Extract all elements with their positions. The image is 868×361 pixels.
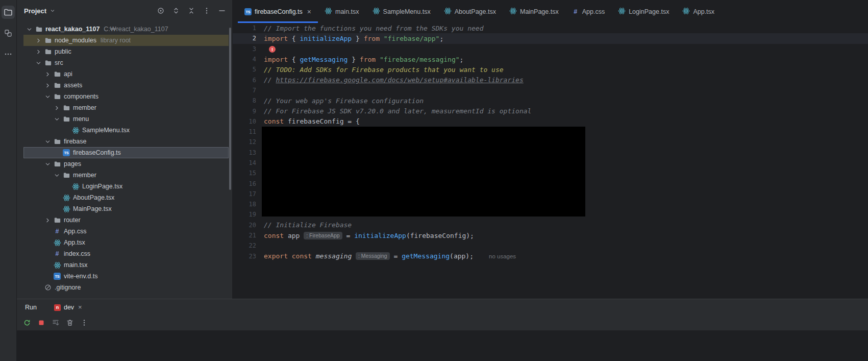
code-line[interactable]: 22	[233, 240, 868, 251]
code-line[interactable]: 9// For Firebase JS SDK v7.20.0 and late…	[233, 106, 868, 116]
collapse-all-icon[interactable]	[186, 6, 196, 16]
code-line[interactable]: 8// Your web app's Firebase configuratio…	[233, 95, 868, 106]
tree-item-assets[interactable]: assets	[23, 80, 229, 91]
line-number[interactable]: 17	[233, 190, 256, 198]
line-number[interactable]: 8	[233, 97, 256, 104]
tree-item-aboutpage-tsx[interactable]: AboutPage.tsx	[23, 192, 229, 203]
line-number[interactable]: 10	[233, 118, 256, 125]
locate-opened-file-icon[interactable]	[156, 6, 166, 16]
tree-item-node-modules[interactable]: node_moduleslibrary root	[23, 35, 229, 46]
line-number[interactable]: 16	[233, 180, 256, 187]
line-number[interactable]: 19	[233, 211, 256, 218]
chevron-icon[interactable]	[43, 138, 52, 145]
chevron-icon[interactable]	[34, 49, 43, 55]
editor-tab-samplemenu-tsx[interactable]: SampleMenu.tsx	[366, 0, 437, 23]
line-number[interactable]: 1	[233, 25, 256, 32]
line-number[interactable]: 20	[233, 222, 256, 229]
code-line[interactable]: 4import { getMessaging } from "firebase/…	[233, 54, 868, 64]
chevron-icon[interactable]	[43, 161, 52, 167]
close-icon[interactable]: ×	[78, 304, 82, 310]
line-number[interactable]: 22	[233, 242, 256, 249]
clear-all-button[interactable]	[64, 317, 76, 329]
code-line[interactable]: 5// TODO: Add SDKs for Firebase products…	[233, 64, 868, 75]
chevron-icon[interactable]	[43, 71, 52, 78]
stop-button[interactable]	[35, 317, 47, 329]
tree-item-react-kakao-1107[interactable]: react_kakao_1107C:₩react_kakao_1107	[23, 23, 229, 35]
line-number[interactable]: 13	[233, 149, 256, 156]
tree-item-app-tsx[interactable]: App.tsx	[23, 237, 229, 248]
line-number[interactable]: 18	[233, 201, 256, 208]
chevron-icon[interactable]	[53, 172, 61, 179]
run-console[interactable]	[17, 330, 868, 361]
chevron-icon[interactable]	[43, 217, 52, 224]
line-number[interactable]: 11	[233, 128, 256, 135]
tree-item-src[interactable]: src	[23, 57, 229, 68]
tree-item-app-css[interactable]: #App.css	[23, 226, 229, 237]
chevron-icon[interactable]	[43, 93, 52, 100]
tool-window-button-project[interactable]	[2, 6, 15, 19]
tree-item-member[interactable]: member	[23, 170, 229, 181]
code-line[interactable]: 20// Initialize Firebase	[233, 220, 868, 230]
tree-item-loginpage-tsx[interactable]: LoginPage.tsx	[23, 181, 229, 192]
chevron-icon[interactable]	[34, 60, 43, 66]
code-line[interactable]: 21const app : FirebaseApp = initializeAp…	[233, 230, 868, 240]
tree-item-member[interactable]: member	[23, 102, 229, 113]
scroll-to-end-button[interactable]	[49, 317, 62, 329]
line-number[interactable]: 6	[233, 77, 256, 84]
chevron-icon[interactable]	[43, 82, 52, 89]
editor-tab-main-tsx[interactable]: main.tsx	[318, 0, 366, 23]
line-number[interactable]: 2	[233, 35, 256, 42]
tree-item-public[interactable]: public	[23, 46, 229, 57]
close-tab-icon[interactable]: ×	[307, 8, 311, 15]
tree-item-firebaseconfig-ts[interactable]: TSfirebaseConfig.ts	[23, 147, 229, 158]
line-number[interactable]: 14	[233, 159, 256, 166]
tree-item-samplemenu-tsx[interactable]: SampleMenu.tsx	[23, 125, 229, 136]
error-icon[interactable]: !	[269, 46, 276, 53]
tree-item-vite-env-d-ts[interactable]: TSvite-env.d.ts	[23, 271, 229, 282]
code-line[interactable]: 1// Import the functions you need from t…	[233, 23, 868, 33]
usages-hint[interactable]: no usages	[489, 253, 516, 259]
code-line[interactable]: 23export const messaging : Messaging = g…	[233, 251, 868, 261]
chevron-down-icon[interactable]	[49, 8, 56, 14]
tree-item-index-css[interactable]: #index.css	[23, 248, 229, 259]
editor-tab-aboutpage-tsx[interactable]: AboutPage.tsx	[437, 0, 503, 23]
tool-window-button-more-tool-windows[interactable]	[2, 47, 15, 61]
tree-item-api[interactable]: api	[23, 68, 229, 80]
line-number[interactable]: 9	[233, 108, 256, 115]
tree-item-menu[interactable]: menu	[23, 113, 229, 125]
chevron-icon[interactable]	[53, 105, 61, 111]
run-tab-dev[interactable]: n dev ×	[54, 303, 82, 311]
line-number[interactable]: 7	[233, 87, 256, 94]
hide-icon[interactable]	[217, 6, 227, 16]
chevron-icon[interactable]	[53, 116, 61, 123]
tree-item-firebase[interactable]: firebase	[23, 136, 229, 147]
editor-tab-app-tsx[interactable]: App.tsx	[676, 0, 721, 23]
editor-tab-mainpage-tsx[interactable]: MainPage.tsx	[503, 0, 565, 23]
tree-item-router[interactable]: router	[23, 214, 229, 226]
line-number[interactable]: 15	[233, 170, 256, 177]
editor-tab-app-css[interactable]: #App.css	[565, 0, 611, 23]
tree-item-pages[interactable]: pages	[23, 158, 229, 170]
editor-tab-firebaseconfig-ts[interactable]: TSfirebaseConfig.ts×	[238, 0, 318, 23]
editor-tab-loginpage-tsx[interactable]: LoginPage.tsx	[611, 0, 676, 23]
code-line[interactable]: 10const firebaseConfig = {	[233, 116, 868, 127]
expand-all-icon[interactable]	[171, 6, 181, 16]
tree-item-mainpage-tsx[interactable]: MainPage.tsx	[23, 203, 229, 214]
chevron-icon[interactable]	[34, 37, 43, 44]
line-number[interactable]: 3	[233, 45, 256, 53]
options-icon[interactable]	[202, 6, 212, 16]
more-button[interactable]	[78, 317, 90, 329]
rerun-button[interactable]	[21, 317, 33, 329]
tree-item-main-tsx[interactable]: main.tsx	[23, 259, 229, 271]
tool-window-button-structure[interactable]	[2, 27, 15, 40]
line-number[interactable]: 12	[233, 138, 256, 146]
code-line[interactable]: 3!	[233, 44, 868, 54]
code-line[interactable]: 7	[233, 85, 868, 95]
line-number[interactable]: 5	[233, 66, 256, 73]
project-scrollbar[interactable]	[229, 28, 231, 190]
line-number[interactable]: 23	[233, 253, 256, 260]
line-number[interactable]: 4	[233, 56, 256, 63]
tree-item-components[interactable]: components	[23, 91, 229, 102]
code-line[interactable]: 6// https://firebase.google.com/docs/web…	[233, 75, 868, 85]
tree-item-gitignore[interactable]: .gitignore	[23, 282, 229, 293]
